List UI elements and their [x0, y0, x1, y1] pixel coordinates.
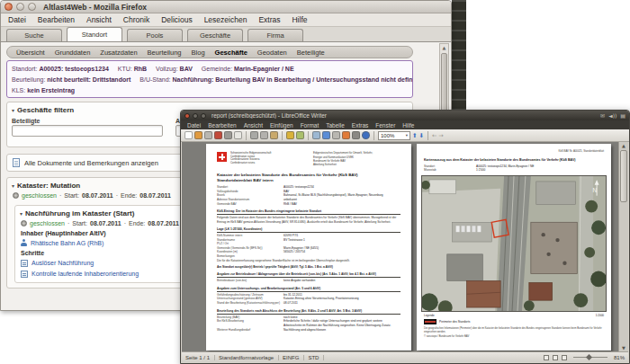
menu-item[interactable]: Einfügen — [270, 122, 293, 129]
undo-icon[interactable] — [286, 131, 294, 139]
inhaber-link[interactable]: Rhätische Bahn AG (RhB) — [31, 240, 104, 246]
menu-item[interactable]: Chronik — [123, 15, 149, 24]
subnav-item-geodaten[interactable]: Geodaten — [257, 49, 287, 57]
zoom-combobox[interactable]: 100% ▾ — [378, 131, 410, 140]
scroll-down-icon[interactable]: ▼ — [619, 344, 628, 351]
copy-icon[interactable] — [260, 131, 268, 139]
subnav-item-beteiligte[interactable]: Beteiligte — [297, 49, 325, 57]
window-minimize-button[interactable] — [16, 3, 24, 11]
subnav-item-geschaefte[interactable]: Geschäfte — [215, 49, 248, 57]
menu-item[interactable]: Hilfe — [292, 15, 307, 24]
scrollbar-thumb[interactable] — [620, 150, 627, 202]
subnav-item-zusatzdaten[interactable]: Zusatzdaten — [100, 49, 137, 57]
menu-item[interactable]: Datei — [187, 122, 201, 129]
scroll-up-icon[interactable]: ▲ — [619, 142, 628, 149]
window-maximize-button[interactable] — [28, 3, 36, 11]
gallery-icon[interactable] — [342, 131, 350, 139]
info-pair: Vollzug: BAV — [156, 66, 193, 72]
untersuchung-rows: Gefährdungsabschätzung / Zeitraumbis 31.… — [206, 293, 411, 306]
subnav-item-grunddaten[interactable]: Grunddaten — [55, 49, 91, 57]
menu-item[interactable]: Extras — [352, 122, 368, 129]
scroll-up-icon[interactable]: ▲ — [440, 44, 448, 51]
help-icon[interactable] — [362, 131, 370, 139]
writer-scrollbar[interactable]: ▲ ▼ — [618, 142, 628, 351]
menu-item[interactable]: Ansicht — [86, 15, 112, 24]
tab-firma[interactable]: Firma — [248, 29, 303, 41]
book-view-icon[interactable] — [562, 355, 567, 360]
window-title: report (schreibgeschützt) - LibreOffice … — [212, 112, 598, 119]
window-close-button[interactable] — [184, 113, 190, 119]
lage-rows: KbS-Nummer intern62093 P7/1StandortnameB… — [206, 234, 411, 259]
window-minimize-button[interactable] — [193, 113, 198, 119]
section-text: Folgende Daten sind aus dem Kataster der… — [206, 216, 411, 224]
insert-mode[interactable]: EINFG — [283, 355, 304, 360]
session-indicator-icon[interactable]: ▤ — [620, 112, 626, 119]
menu-item[interactable]: Bearbeiten — [208, 122, 236, 129]
previous-page-icon[interactable]: ⬆ — [412, 132, 417, 139]
paste-icon[interactable] — [270, 131, 278, 139]
export-pdf-icon[interactable] — [214, 131, 222, 139]
page-style[interactable]: Standardformatvorlage — [219, 355, 279, 360]
navigator-icon[interactable] — [332, 131, 340, 139]
cut-icon[interactable] — [250, 131, 258, 139]
zoom-slider-thumb[interactable] — [586, 353, 592, 360]
section-title: KbS-Eintrag: Der im Kataster des Bundes … — [217, 209, 400, 215]
page-indicator: Seite 1 / 1 — [185, 355, 215, 360]
tab-geschaefte[interactable]: Geschäfte — [187, 29, 243, 41]
menu-item[interactable]: Delicious — [161, 15, 193, 24]
menu-item[interactable]: Tabelle — [326, 122, 345, 129]
page-preview-icon[interactable] — [234, 131, 242, 139]
menu-item[interactable]: Lesezeichen — [204, 15, 248, 24]
subnav-item-blog[interactable]: Blog — [192, 49, 205, 57]
print-icon[interactable] — [224, 131, 232, 139]
table-icon[interactable] — [312, 131, 320, 139]
back-icon[interactable]: ← — [432, 132, 436, 139]
report-subtitle: Standortdatenblatt BAV intern — [206, 178, 411, 185]
find-icon[interactable] — [352, 131, 360, 139]
open-icon[interactable] — [194, 131, 202, 139]
volume-icon[interactable]: ◄)) — [608, 112, 616, 119]
section-title: Lage (LK 1:25'000, Koordinaten) — [217, 227, 400, 233]
beteiligte-input[interactable] — [12, 125, 163, 137]
redo-icon[interactable] — [296, 131, 304, 139]
menu-item[interactable]: Fenster — [375, 122, 395, 129]
report-title: Kataster der belasteten Standorte des Bu… — [206, 166, 411, 177]
betrieb-rows: Betriebsdauer (von-bis)keine Angabe vorh… — [206, 279, 411, 283]
beteiligte-label: Beteiligte — [12, 118, 176, 124]
step-link-kontrolle[interactable]: Kontrolle laufende Inhaberorientierung — [32, 271, 139, 277]
single-page-view-icon[interactable] — [544, 355, 549, 360]
forward-icon[interactable]: → — [438, 132, 443, 139]
menu-item[interactable]: Extras — [258, 15, 280, 24]
new-document-icon[interactable] — [184, 131, 193, 139]
zoom-level[interactable]: 81% — [614, 355, 625, 360]
hyperlink-icon[interactable] — [322, 131, 330, 139]
subnav-item-uebersicht[interactable]: Übersicht — [16, 49, 45, 57]
perimeter-legend-swatch — [424, 319, 436, 324]
step-link-ausloeser[interactable]: Auslöser Nachführung — [32, 260, 94, 266]
menu-item[interactable]: Datei — [8, 15, 26, 24]
mail-indicator-icon[interactable]: ✉ — [600, 112, 605, 119]
section-title: Beurteilung des Standorts nach Abschluss… — [217, 309, 400, 315]
info-line-3: KLS: kein Ersteintrag — [12, 85, 408, 96]
window-maximize-button[interactable] — [201, 113, 206, 119]
menu-item[interactable]: Format — [301, 122, 320, 129]
selection-mode[interactable]: STD — [308, 355, 324, 360]
form-row: Stand der Bearbeitung (Katasternachführu… — [206, 301, 411, 306]
writer-statusbar: Seite 1 / 1 Standardformatvorlage EINFG … — [182, 351, 628, 362]
department-block: Eidgenössisches Departement für Umwelt, … — [313, 152, 400, 166]
window-close-button[interactable] — [4, 3, 13, 11]
tab-suche[interactable]: Suche — [6, 29, 62, 41]
next-page-icon[interactable]: ⬇ — [418, 132, 423, 139]
scrollbar-thumb[interactable] — [441, 53, 447, 118]
menu-item[interactable]: Hilfe — [402, 122, 414, 129]
tab-pools[interactable]: Pools — [127, 29, 183, 41]
menu-item[interactable]: Ansicht — [244, 122, 263, 129]
menu-item[interactable]: Bearbeiten — [38, 15, 75, 24]
zoom-slider[interactable] — [573, 357, 608, 358]
document-icon — [13, 158, 20, 167]
map-rows: StandortA00025: testoeops1234, Marin-Epa… — [417, 164, 611, 173]
save-icon[interactable] — [204, 131, 212, 139]
subnav-item-beurteilung[interactable]: Beurteilung — [148, 49, 182, 57]
tab-standort[interactable]: Standort — [67, 27, 122, 41]
multi-page-view-icon[interactable] — [553, 355, 558, 360]
